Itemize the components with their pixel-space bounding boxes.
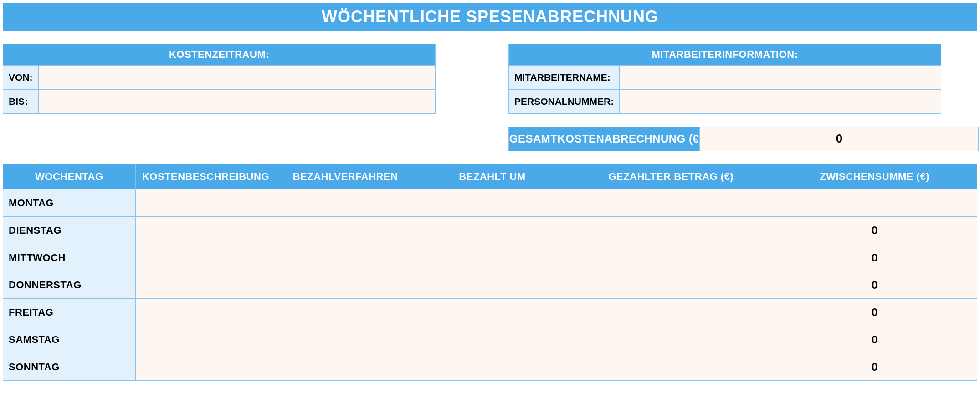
amount-cell[interactable]: [570, 353, 772, 381]
paid_at-cell[interactable]: [415, 244, 570, 271]
subtotal-cell: 0: [772, 326, 977, 353]
table-row: SAMSTAG0: [3, 326, 977, 353]
subtotal-cell: 0: [772, 217, 977, 244]
subtotal-cell: [772, 189, 977, 217]
period-to-value[interactable]: [38, 90, 436, 114]
employee-name-value[interactable]: [620, 66, 941, 90]
col-day: WOCHENTAG: [3, 164, 136, 189]
day-cell: MITTWOCH: [3, 244, 136, 271]
total-row: GESAMTKOSTENABRECHNUNG (€ 0: [508, 127, 979, 151]
day-cell: FREITAG: [3, 299, 136, 326]
table-row: MONTAG: [3, 189, 977, 217]
method-cell[interactable]: [276, 299, 415, 326]
paid_at-cell[interactable]: [415, 353, 570, 381]
col-desc: KOSTENBESCHREIBUNG: [135, 164, 276, 189]
amount-cell[interactable]: [570, 217, 772, 244]
period-from-label: VON:: [3, 66, 39, 90]
desc-cell[interactable]: [135, 217, 276, 244]
period-to-label: BIS:: [3, 90, 39, 114]
method-cell[interactable]: [276, 353, 415, 381]
employee-id-label: PERSONALNUMMER:: [509, 90, 620, 114]
employee-id-value[interactable]: [620, 90, 941, 114]
amount-cell[interactable]: [570, 326, 772, 353]
method-cell[interactable]: [276, 326, 415, 353]
method-cell[interactable]: [276, 271, 415, 299]
desc-cell[interactable]: [135, 326, 276, 353]
table-row: DIENSTAG0: [3, 217, 977, 244]
day-cell: SONNTAG: [3, 353, 136, 381]
top-info-row: KOSTENZEITRAUM: VON: BIS: MITARBEITERINF…: [3, 44, 977, 114]
table-row: SONNTAG0: [3, 353, 977, 381]
desc-cell[interactable]: [135, 244, 276, 271]
subtotal-cell: 0: [772, 353, 977, 381]
method-cell[interactable]: [276, 189, 415, 217]
amount-cell[interactable]: [570, 244, 772, 271]
employee-table: MITARBEITERINFORMATION: MITARBEITERNAME:…: [508, 44, 941, 114]
paid_at-cell[interactable]: [415, 271, 570, 299]
desc-cell[interactable]: [135, 353, 276, 381]
method-cell[interactable]: [276, 217, 415, 244]
period-header: KOSTENZEITRAUM:: [3, 44, 436, 66]
expense-table: WOCHENTAG KOSTENBESCHREIBUNG BEZAHLVERFA…: [3, 164, 977, 381]
day-cell: DONNERSTAG: [3, 271, 136, 299]
paid_at-cell[interactable]: [415, 326, 570, 353]
col-paid-at: BEZAHLT UM: [415, 164, 570, 189]
total-label: GESAMTKOSTENABRECHNUNG (€: [508, 127, 700, 151]
table-row: FREITAG0: [3, 299, 977, 326]
desc-cell[interactable]: [135, 299, 276, 326]
employee-name-label: MITARBEITERNAME:: [509, 66, 620, 90]
subtotal-cell: 0: [772, 244, 977, 271]
employee-header: MITARBEITERINFORMATION:: [509, 44, 941, 66]
paid_at-cell[interactable]: [415, 217, 570, 244]
period-from-value[interactable]: [38, 66, 436, 90]
col-amount: GEZAHLTER BETRAG (€): [570, 164, 772, 189]
day-cell: MONTAG: [3, 189, 136, 217]
amount-cell[interactable]: [570, 299, 772, 326]
table-row: DONNERSTAG0: [3, 271, 977, 299]
total-value: 0: [700, 127, 979, 151]
paid_at-cell[interactable]: [415, 299, 570, 326]
amount-cell[interactable]: [570, 189, 772, 217]
subtotal-cell: 0: [772, 299, 977, 326]
amount-cell[interactable]: [570, 271, 772, 299]
table-row: MITTWOCH0: [3, 244, 977, 271]
day-cell: SAMSTAG: [3, 326, 136, 353]
period-table: KOSTENZEITRAUM: VON: BIS:: [3, 44, 436, 114]
col-method: BEZAHLVERFAHREN: [276, 164, 415, 189]
paid_at-cell[interactable]: [415, 189, 570, 217]
subtotal-cell: 0: [772, 271, 977, 299]
col-subtotal: ZWISCHENSUMME (€): [772, 164, 977, 189]
day-cell: DIENSTAG: [3, 217, 136, 244]
desc-cell[interactable]: [135, 189, 276, 217]
method-cell[interactable]: [276, 244, 415, 271]
page-title: WÖCHENTLICHE SPESENABRECHNUNG: [3, 3, 977, 31]
desc-cell[interactable]: [135, 271, 276, 299]
